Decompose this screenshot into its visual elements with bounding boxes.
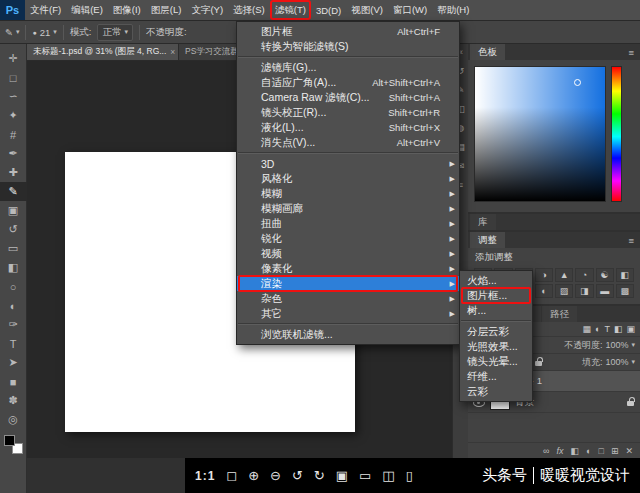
path-selection-tool[interactable]: ➤ xyxy=(0,353,27,372)
menubar-item-select[interactable]: 选择(S) xyxy=(228,0,270,20)
new-group-icon[interactable]: □ xyxy=(598,446,603,456)
history-brush-tool[interactable]: ↺ xyxy=(0,220,27,239)
color-balance-adjustment-icon[interactable]: ☯ xyxy=(596,268,614,282)
menubar-item-type[interactable]: 文字(Y) xyxy=(186,0,228,20)
filter-menu-item-filter-gallery[interactable]: 滤镜库(G)... xyxy=(237,60,459,75)
gallery-button[interactable]: ◫ xyxy=(382,468,394,483)
zoom-tool[interactable]: ◎ xyxy=(0,410,27,429)
render-submenu-item-clouds[interactable]: 云彩 xyxy=(460,384,532,399)
move-tool[interactable]: ✛ xyxy=(0,49,27,68)
zoom-100-button[interactable]: 1:1 xyxy=(195,469,215,483)
fill-value[interactable]: 100% xyxy=(605,357,628,367)
render-submenu-item-tree[interactable]: 树... xyxy=(460,303,532,318)
lock-all-icon[interactable] xyxy=(535,357,543,367)
filter-smart-objects-icon[interactable]: ▣ xyxy=(626,324,635,334)
filter-pixel-layers-icon[interactable]: ▦ xyxy=(583,324,592,334)
filter-menu-item-liquify[interactable]: 液化(L)...Shift+Ctrl+X xyxy=(237,120,459,135)
blur-tool[interactable]: ○ xyxy=(0,277,27,296)
device-preview-button[interactable]: ▯ xyxy=(406,468,413,483)
menubar-item-edit[interactable]: 编辑(E) xyxy=(66,0,108,20)
filter-menu-item-adaptive-wide-angle[interactable]: 自适应广角(A)...Alt+Shift+Ctrl+A xyxy=(237,75,459,90)
menubar-item-file[interactable]: 文件(F) xyxy=(25,0,66,20)
rotate-right-button[interactable]: ↻ xyxy=(314,468,325,483)
tab-swatches[interactable]: 色板 xyxy=(470,44,505,60)
brush-tool[interactable]: ✎ xyxy=(0,182,27,201)
filter-menu-item-other[interactable]: 其它▶ xyxy=(237,306,459,321)
brush-preset-picker[interactable]: ● 21 ▾ xyxy=(32,27,56,38)
layer-style-icon[interactable]: fx xyxy=(557,446,564,456)
filter-menu-item-camera-raw[interactable]: Camera Raw 滤镜(C)...Shift+Ctrl+A xyxy=(237,90,459,105)
filter-menu-item-blur-gallery[interactable]: 模糊画廊▶ xyxy=(237,201,459,216)
tab-adjustments[interactable]: 调整 xyxy=(470,232,505,248)
render-submenu-item-difference-clouds[interactable]: 分层云彩 xyxy=(460,324,532,339)
filter-menu-item-render[interactable]: 渲染▶ xyxy=(237,276,459,291)
filter-menu-item-3d[interactable]: 3D▶ xyxy=(237,156,459,171)
hue-slider[interactable] xyxy=(611,66,622,202)
exposure-adjustment-icon[interactable]: ◑ xyxy=(535,268,553,282)
document-tab-untitled-1[interactable]: 未标题-1.psd @ 31% (图层 4, RG...× xyxy=(27,44,179,60)
hand-tool[interactable]: ✽ xyxy=(0,391,27,410)
invert-adjustment-icon[interactable]: ◐ xyxy=(535,284,553,298)
panel-menu-icon[interactable]: ≡ xyxy=(624,233,638,248)
menubar-item-3d[interactable]: 3D(D) xyxy=(311,0,346,20)
filter-shape-layers-icon[interactable]: ◧ xyxy=(614,324,623,334)
mode-select[interactable]: 正常 ▾ xyxy=(97,24,133,41)
add-layer-mask-icon[interactable]: ◧ xyxy=(571,446,580,456)
rotate-left-button[interactable]: ↺ xyxy=(292,468,303,483)
chevron-down-icon[interactable]: ▾ xyxy=(631,358,635,366)
filter-menu-item-pixelate[interactable]: 像素化▶ xyxy=(237,261,459,276)
shape-tool[interactable]: ■ xyxy=(0,372,27,391)
crop-tool[interactable]: # xyxy=(0,125,27,144)
vibrance-adjustment-icon[interactable]: ▲ xyxy=(555,268,573,282)
close-icon[interactable]: × xyxy=(170,47,175,57)
render-submenu-item-picture-frame[interactable]: 图片框... xyxy=(460,288,532,303)
delete-layer-icon[interactable]: ✕ xyxy=(625,446,633,456)
zoom-in-button[interactable]: ⊕ xyxy=(248,468,259,483)
filter-adjustment-layers-icon[interactable]: ◐ xyxy=(595,324,600,334)
filter-menu-item-vanishing-point[interactable]: 消失点(V)...Alt+Ctrl+V xyxy=(237,135,459,150)
filter-menu-item-last-filter-picture-frame[interactable]: 图片框Alt+Ctrl+F xyxy=(237,24,459,39)
gradient-map-adjustment-icon[interactable]: ▬ xyxy=(596,284,614,298)
tab-paths[interactable]: 路径 xyxy=(542,306,577,322)
filter-menu-item-blur[interactable]: 模糊▶ xyxy=(237,186,459,201)
render-submenu-item-lens-flare[interactable]: 镜头光晕... xyxy=(460,354,532,369)
menubar-item-window[interactable]: 窗口(W) xyxy=(388,0,432,20)
filter-menu-item-lens-correction[interactable]: 镜头校正(R)...Shift+Ctrl+R xyxy=(237,105,459,120)
healing-brush-tool[interactable]: ✚ xyxy=(0,163,27,182)
render-submenu-item-lighting-effects[interactable]: 光照效果... xyxy=(460,339,532,354)
save-button[interactable]: ▣ xyxy=(336,468,348,483)
tool-preset-picker[interactable]: ✎ ▾ xyxy=(5,27,19,38)
filter-menu-item-browse-filters-online[interactable]: 浏览联机滤镜... xyxy=(237,327,459,342)
hue-saturation-adjustment-icon[interactable]: ◔ xyxy=(575,268,593,282)
menubar-item-help[interactable]: 帮助(H) xyxy=(432,0,474,20)
chevron-down-icon[interactable]: ▾ xyxy=(631,341,635,349)
filter-menu-item-sharpen[interactable]: 锐化▶ xyxy=(237,231,459,246)
threshold-adjustment-icon[interactable]: ◨ xyxy=(575,284,593,298)
panel-menu-icon[interactable]: ≡ xyxy=(624,45,638,60)
color-swatches[interactable] xyxy=(4,435,23,454)
render-submenu-item-flame[interactable]: 火焰... xyxy=(460,273,532,288)
menubar-item-image[interactable]: 图像(I) xyxy=(108,0,146,20)
frame-button[interactable]: ▭ xyxy=(359,468,371,483)
menubar-item-layer[interactable]: 图层(L) xyxy=(146,0,187,20)
fit-screen-button[interactable]: ◻ xyxy=(226,468,237,483)
marquee-tool[interactable]: □ xyxy=(0,68,27,87)
eraser-tool[interactable]: ▭ xyxy=(0,239,27,258)
opacity-value[interactable]: 100% xyxy=(605,340,628,350)
selective-color-adjustment-icon[interactable]: ▩ xyxy=(616,284,634,298)
quick-selection-tool[interactable]: ✦ xyxy=(0,106,27,125)
menubar-item-filter[interactable]: 滤镜(T) xyxy=(270,0,311,20)
tab-libraries[interactable]: 库 xyxy=(470,214,496,230)
filter-menu-item-convert-smart-filters[interactable]: 转换为智能滤镜(S) xyxy=(237,39,459,54)
black-white-adjustment-icon[interactable]: ◧ xyxy=(616,268,634,282)
render-submenu-item-fibers[interactable]: 纤维... xyxy=(460,369,532,384)
filter-menu-item-video[interactable]: 视频▶ xyxy=(237,246,459,261)
clone-stamp-tool[interactable]: ▣ xyxy=(0,201,27,220)
pen-tool[interactable]: ✑ xyxy=(0,315,27,334)
type-tool[interactable]: T xyxy=(0,334,27,353)
menubar-item-view[interactable]: 视图(V) xyxy=(346,0,388,20)
filter-menu-item-stylize[interactable]: 风格化▶ xyxy=(237,171,459,186)
zoom-out-button[interactable]: ⊖ xyxy=(270,468,281,483)
new-layer-icon[interactable]: ⊞ xyxy=(611,446,619,456)
posterize-adjustment-icon[interactable]: ▨ xyxy=(555,284,573,298)
